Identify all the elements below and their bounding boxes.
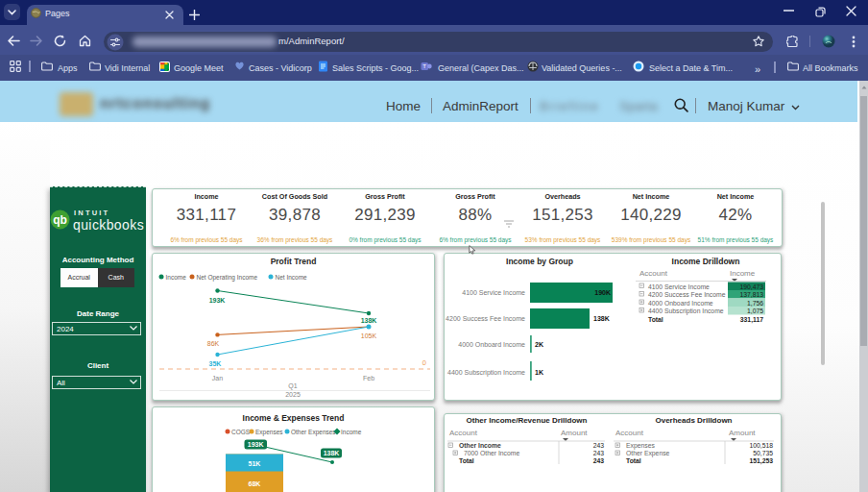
svg-text:138K: 138K bbox=[324, 450, 340, 456]
svg-text:190,473: 190,473 bbox=[739, 283, 763, 290]
svg-text:Account: Account bbox=[449, 429, 478, 437]
svg-text:Income: Income bbox=[166, 274, 187, 281]
svg-text:Jan: Jan bbox=[212, 375, 223, 381]
svg-text:Other Expenses: Other Expenses bbox=[291, 429, 336, 436]
svg-text:Feb: Feb bbox=[363, 375, 374, 381]
svg-text:105K: 105K bbox=[361, 332, 377, 339]
svg-text:4400 Subscription Income: 4400 Subscription Income bbox=[648, 308, 724, 315]
svg-text:Income: Income bbox=[730, 269, 756, 278]
svg-text:4000 Onboard Income: 4000 Onboard Income bbox=[648, 300, 713, 307]
svg-text:Account: Account bbox=[615, 429, 644, 437]
svg-text:35K: 35K bbox=[209, 360, 222, 367]
svg-text:0: 0 bbox=[422, 358, 426, 367]
svg-text:138K: 138K bbox=[361, 317, 377, 324]
svg-text:Q1: Q1 bbox=[288, 382, 297, 390]
svg-text:Net Income: Net Income bbox=[276, 274, 308, 281]
svg-text:1,075: 1,075 bbox=[747, 308, 763, 314]
svg-text:Income: Income bbox=[341, 429, 362, 435]
svg-text:Expenses: Expenses bbox=[626, 442, 655, 450]
svg-text:Net Operating Income: Net Operating Income bbox=[197, 274, 258, 282]
svg-text:68K: 68K bbox=[249, 480, 261, 487]
svg-text:4100 Service Income: 4100 Service Income bbox=[648, 283, 710, 290]
svg-text:51K: 51K bbox=[249, 460, 261, 467]
svg-text:331,117: 331,117 bbox=[740, 316, 763, 324]
svg-text:Total: Total bbox=[626, 457, 641, 464]
svg-text:100,518: 100,518 bbox=[749, 442, 773, 449]
svg-text:Amount: Amount bbox=[729, 429, 756, 437]
svg-text:243: 243 bbox=[593, 457, 605, 464]
svg-text:Other Income: Other Income bbox=[459, 442, 501, 449]
svg-text:243: 243 bbox=[593, 450, 605, 456]
svg-text:Other Expense: Other Expense bbox=[626, 450, 670, 457]
svg-text:86K: 86K bbox=[207, 340, 220, 347]
svg-text:Amount: Amount bbox=[561, 429, 588, 437]
svg-text:Account: Account bbox=[639, 269, 668, 278]
svg-text:Total: Total bbox=[648, 316, 663, 323]
svg-text:qb: qb bbox=[53, 213, 67, 227]
svg-text:151,253: 151,253 bbox=[749, 457, 773, 465]
svg-text:50,735: 50,735 bbox=[753, 450, 773, 456]
svg-text:7000 Other Income: 7000 Other Income bbox=[464, 450, 519, 456]
svg-text:2025: 2025 bbox=[285, 391, 301, 398]
svg-text:T: T bbox=[422, 63, 426, 69]
svg-text:Expenses: Expenses bbox=[255, 429, 283, 436]
svg-text:193K: 193K bbox=[248, 441, 264, 448]
svg-text:1,756: 1,756 bbox=[747, 300, 763, 307]
svg-text:COGS: COGS bbox=[231, 429, 251, 435]
svg-text:4200 Success Fee Income: 4200 Success Fee Income bbox=[648, 291, 726, 298]
svg-text:Total: Total bbox=[459, 457, 474, 464]
svg-text:243: 243 bbox=[593, 442, 605, 449]
svg-text:137,813: 137,813 bbox=[739, 291, 763, 298]
svg-text:193K: 193K bbox=[209, 297, 226, 304]
